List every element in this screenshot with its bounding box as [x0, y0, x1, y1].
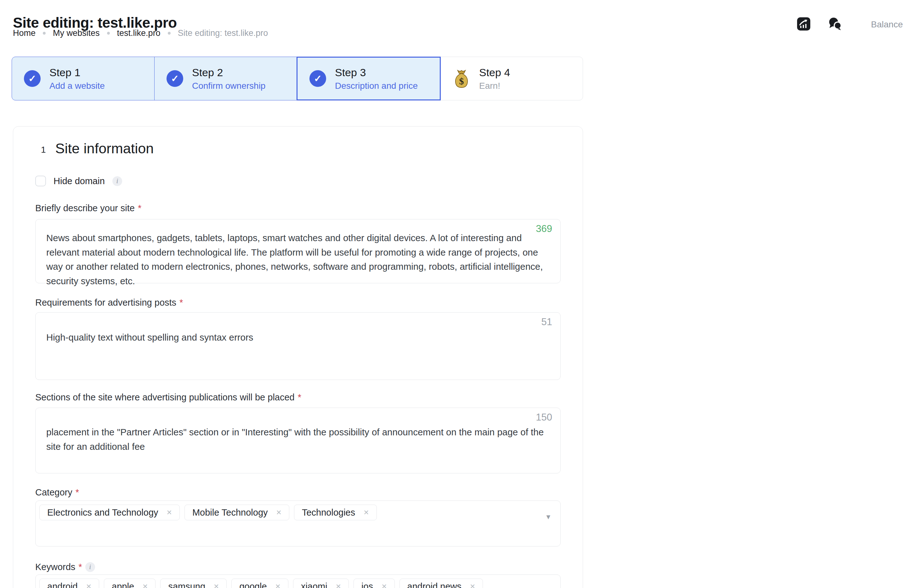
- section-header: 1 Site information: [41, 140, 154, 157]
- chip-label: samsung: [168, 582, 205, 588]
- keyword-chip: android news ×: [399, 578, 483, 588]
- remove-chip-icon[interactable]: ×: [276, 582, 281, 588]
- hide-domain-row: Hide domain i: [35, 176, 122, 186]
- sections-textarea[interactable]: 150 placement in the "Partner Articles" …: [35, 408, 561, 473]
- step-title: Step 2: [192, 67, 265, 79]
- step-text: Step 3 Description and price: [335, 67, 418, 91]
- remove-chip-icon[interactable]: ×: [276, 508, 281, 517]
- check-icon: ✓: [309, 70, 326, 87]
- wizard-step-3-active[interactable]: ✓ Step 3 Description and price: [297, 57, 441, 100]
- label-text: Requirements for advertising posts: [35, 298, 176, 308]
- check-icon: ✓: [166, 70, 183, 87]
- category-chip: Technologies ×: [294, 505, 377, 520]
- chip-label: Mobile Technology: [192, 507, 268, 518]
- keyword-chips: android × apple × samsung × google × xia…: [35, 575, 560, 588]
- step-wizard: ✓ Step 1 Add a website ✓ Step 2 Confirm …: [12, 57, 583, 100]
- chip-label: Electronics and Technology: [47, 507, 158, 518]
- label-text: Category: [35, 487, 72, 498]
- hide-domain-label: Hide domain: [54, 176, 105, 186]
- info-icon[interactable]: i: [112, 176, 122, 186]
- keyword-chip: apple ×: [104, 578, 156, 588]
- category-chip: Mobile Technology ×: [185, 505, 289, 520]
- label-text: Sections of the site where advertising p…: [35, 392, 295, 403]
- chip-label: apple: [112, 582, 134, 588]
- breadcrumb-home[interactable]: Home: [13, 28, 35, 38]
- step-text: Step 4 Earn!: [479, 67, 510, 91]
- chip-label: xiaomi: [301, 582, 327, 588]
- label-text: Briefly describe your site: [35, 203, 135, 214]
- step-subtitle: Description and price: [335, 81, 418, 91]
- chip-label: google: [239, 582, 266, 588]
- svg-text:$: $: [459, 76, 464, 86]
- required-mark: *: [138, 203, 141, 214]
- remove-chip-icon[interactable]: ×: [364, 508, 368, 517]
- char-counter: 51: [541, 316, 552, 328]
- category-label: Category *: [35, 487, 79, 498]
- breadcrumb-separator-icon: [168, 32, 171, 35]
- remove-chip-icon[interactable]: ×: [167, 508, 172, 517]
- breadcrumb-separator-icon: [43, 32, 46, 35]
- requirements-label: Requirements for advertising posts *: [35, 298, 183, 308]
- step-text: Step 1 Add a website: [49, 67, 105, 91]
- info-icon[interactable]: i: [85, 562, 95, 572]
- requirements-value: High-quality text without spelling and s…: [46, 330, 547, 345]
- check-icon: ✓: [24, 70, 41, 87]
- breadcrumb-my-websites[interactable]: My websites: [53, 28, 100, 38]
- breadcrumb: Home My websites test.like.pro Site edit…: [13, 28, 268, 38]
- step-subtitle: Confirm ownership: [192, 81, 265, 91]
- section-number: 1: [41, 145, 46, 155]
- category-multiselect[interactable]: Electronics and Technology × Mobile Tech…: [35, 500, 561, 547]
- keyword-chip: xiaomi ×: [293, 578, 349, 588]
- chip-label: android news: [407, 582, 462, 588]
- char-counter: 150: [536, 412, 552, 423]
- site-information-card: 1 Site information Hide domain i Briefly…: [13, 126, 583, 588]
- hide-domain-checkbox[interactable]: [35, 176, 46, 186]
- step-title: Step 1: [49, 67, 105, 79]
- remove-chip-icon[interactable]: ×: [214, 582, 219, 588]
- label-text: Keywords: [35, 562, 75, 572]
- wizard-step-2[interactable]: ✓ Step 2 Confirm ownership: [154, 57, 297, 100]
- step-title: Step 4: [479, 67, 510, 79]
- remove-chip-icon[interactable]: ×: [86, 582, 91, 588]
- describe-textarea[interactable]: 369 News about smartphones, gadgets, tab…: [35, 219, 561, 283]
- breadcrumb-site[interactable]: test.like.pro: [117, 28, 161, 38]
- chip-label: Technologies: [302, 507, 355, 518]
- balance-label[interactable]: Balance: [871, 19, 903, 30]
- chevron-down-icon[interactable]: ▾: [546, 512, 550, 521]
- required-mark: *: [179, 298, 183, 308]
- step-subtitle: Earn!: [479, 81, 510, 91]
- describe-value: News about smartphones, gadgets, tablets…: [46, 231, 547, 288]
- wizard-step-1[interactable]: ✓ Step 1 Add a website: [12, 57, 155, 100]
- step-subtitle: Add a website: [49, 81, 105, 91]
- requirements-textarea[interactable]: 51 High-quality text without spelling an…: [35, 312, 561, 380]
- money-bag-icon: $: [453, 69, 470, 88]
- analytics-icon[interactable]: [797, 17, 810, 32]
- remove-chip-icon[interactable]: ×: [381, 582, 387, 588]
- remove-chip-icon[interactable]: ×: [470, 582, 475, 588]
- required-mark: *: [78, 562, 82, 572]
- breadcrumb-current: Site editing: test.like.pro: [178, 28, 268, 38]
- keyword-chip: android ×: [39, 578, 99, 588]
- sections-value: placement in the "Partner Articles" sect…: [46, 425, 547, 454]
- remove-chip-icon[interactable]: ×: [336, 582, 341, 588]
- section-title: Site information: [56, 140, 154, 157]
- step-text: Step 2 Confirm ownership: [192, 67, 265, 91]
- chat-icon[interactable]: [827, 16, 843, 32]
- breadcrumb-separator-icon: [107, 32, 110, 35]
- sections-label: Sections of the site where advertising p…: [35, 392, 301, 403]
- wizard-step-4[interactable]: $ Step 4 Earn!: [440, 57, 583, 100]
- keyword-chip: samsung ×: [160, 578, 226, 588]
- keywords-label: Keywords * i: [35, 562, 95, 572]
- category-chips: Electronics and Technology × Mobile Tech…: [35, 501, 560, 524]
- chip-label: android: [47, 582, 78, 588]
- required-mark: *: [75, 487, 79, 498]
- required-mark: *: [298, 392, 301, 403]
- describe-label: Briefly describe your site *: [35, 203, 141, 214]
- category-chip: Electronics and Technology ×: [39, 505, 180, 520]
- keyword-chip: ios ×: [354, 578, 394, 588]
- chip-label: ios: [361, 582, 373, 588]
- keywords-multiselect[interactable]: android × apple × samsung × google × xia…: [35, 574, 561, 588]
- step-title: Step 3: [335, 67, 418, 79]
- keyword-chip: google ×: [231, 578, 288, 588]
- remove-chip-icon[interactable]: ×: [143, 582, 148, 588]
